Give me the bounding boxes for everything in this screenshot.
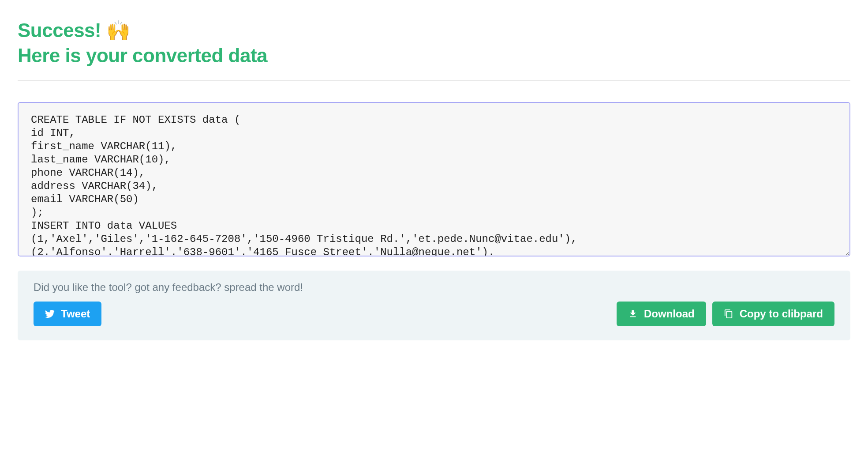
tweet-label: Tweet: [61, 308, 90, 320]
download-button[interactable]: Download: [617, 302, 706, 326]
subtitle-heading: Here is your converted data: [18, 43, 850, 68]
divider: [18, 80, 850, 81]
converted-output[interactable]: [18, 102, 850, 256]
download-icon: [628, 309, 638, 319]
clipboard-icon: [724, 309, 733, 319]
success-heading: Success! 🙌: [18, 18, 850, 43]
feedback-text: Did you like the tool? got any feedback?…: [34, 281, 834, 294]
tweet-button[interactable]: Tweet: [34, 302, 101, 326]
button-row: Tweet Download Copy to clibpard: [34, 302, 834, 326]
copy-button[interactable]: Copy to clibpard: [712, 302, 834, 326]
twitter-icon: [45, 309, 55, 319]
download-label: Download: [644, 308, 695, 320]
footer-panel: Did you like the tool? got any feedback?…: [18, 271, 850, 340]
copy-label: Copy to clibpard: [740, 308, 823, 320]
